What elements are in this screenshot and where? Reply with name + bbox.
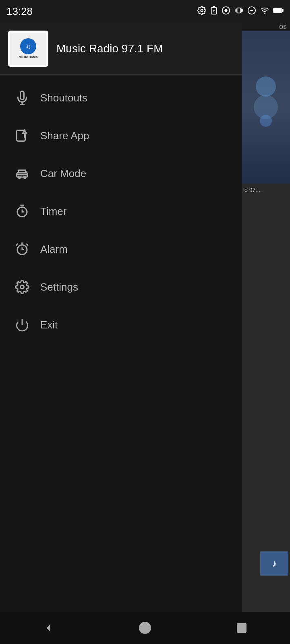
svg-point-5: [225, 9, 227, 12]
vibrate-icon: [234, 6, 243, 17]
svg-point-0: [201, 9, 203, 12]
settings-label: Settings: [40, 281, 78, 293]
bottom-nav: [0, 612, 290, 644]
power-icon: [12, 315, 32, 335]
svg-rect-2: [213, 6, 215, 8]
home-button[interactable]: [133, 616, 157, 640]
share-icon: [12, 126, 32, 146]
logo-icon: [20, 38, 36, 54]
logo-text: Music Radio: [19, 55, 37, 59]
drawer-menu: Shoutouts Share App: [0, 75, 242, 348]
drawer-header: Music Radio Music Radio 97.1 FM: [0, 23, 242, 75]
status-time: 13:28: [6, 5, 33, 18]
alarm-label: Alarm: [40, 243, 68, 256]
main-content-radio-text: io 97....: [242, 184, 290, 196]
wifi-icon: [260, 6, 269, 17]
share-app-label: Share App: [40, 130, 89, 142]
alarm-icon: [12, 239, 32, 259]
svg-rect-6: [237, 8, 240, 13]
gear-status-icon: [197, 6, 206, 17]
menu-item-share-app[interactable]: Share App: [0, 117, 242, 155]
settings-icon: [12, 277, 32, 297]
menu-item-settings[interactable]: Settings: [0, 268, 242, 306]
menu-item-alarm[interactable]: Alarm: [0, 230, 242, 268]
menu-item-shoutouts[interactable]: Shoutouts: [0, 79, 242, 117]
menu-item-timer[interactable]: Timer: [0, 192, 242, 230]
status-icons: +: [197, 6, 284, 17]
timer-label: Timer: [40, 205, 66, 218]
main-content-image: [242, 31, 290, 184]
shoutouts-label: Shoutouts: [40, 92, 87, 104]
back-button[interactable]: [36, 616, 60, 640]
car-mode-label: Car Mode: [40, 167, 86, 180]
navigation-drawer: Music Radio Music Radio 97.1 FM Shoutout…: [0, 23, 242, 612]
app-logo: Music Radio: [8, 31, 48, 67]
svg-rect-30: [238, 624, 246, 632]
exit-label: Exit: [40, 319, 58, 331]
battery-saver-icon: +: [210, 6, 218, 17]
logo-inner: Music Radio: [10, 33, 46, 65]
main-content-top-label: os: [279, 23, 287, 31]
mini-player-thumbnail[interactable]: [260, 551, 288, 576]
menu-item-exit[interactable]: Exit: [0, 306, 242, 344]
main-content-top: os: [242, 23, 290, 31]
battery-icon: [273, 7, 284, 16]
svg-text:+: +: [213, 9, 215, 12]
svg-rect-15: [274, 8, 281, 12]
recents-button[interactable]: [230, 616, 254, 640]
menu-item-car-mode[interactable]: Car Mode: [0, 155, 242, 192]
timer-icon: [12, 201, 32, 221]
svg-marker-28: [47, 624, 50, 632]
minus-circle-icon: [247, 6, 256, 17]
svg-point-29: [140, 623, 151, 634]
svg-rect-16: [282, 9, 283, 12]
status-bar: 13:28 +: [0, 0, 290, 23]
circle-dot-icon: [222, 6, 230, 17]
svg-point-26: [21, 285, 24, 289]
microphone-icon: [12, 88, 32, 108]
drawer-overlay: os io 97.... Music Radio Music Radio 97.…: [0, 23, 290, 612]
drawer-app-title: Music Radio 97.1 FM: [56, 42, 163, 56]
svg-point-13: [264, 13, 265, 14]
car-icon: [12, 163, 32, 184]
main-content-panel: os io 97....: [242, 23, 290, 612]
